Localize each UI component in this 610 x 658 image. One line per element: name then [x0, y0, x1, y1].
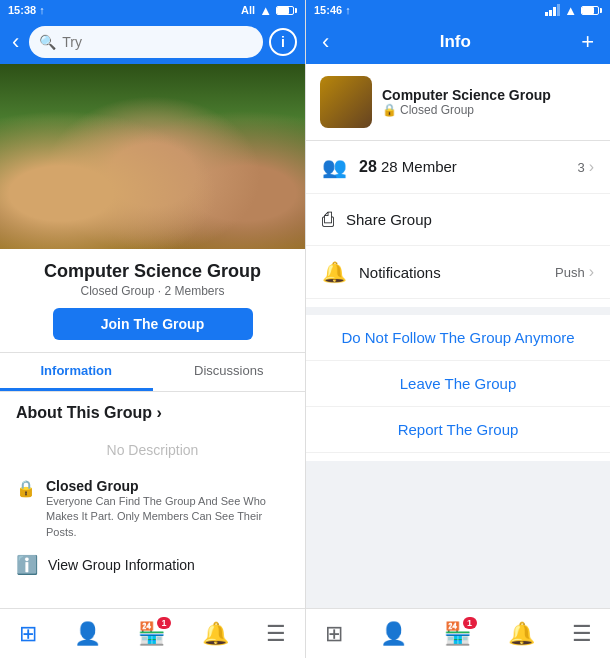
battery-right	[581, 6, 602, 15]
info-button[interactable]: i	[269, 28, 297, 56]
no-description: No Description	[16, 442, 289, 458]
bottom-nav-friends-left[interactable]: 👤	[64, 615, 111, 653]
members-right: 3 ›	[577, 158, 594, 176]
separator-1	[306, 307, 610, 315]
bottom-nav-right: ⊞ 👤 🏪 1 🔔 ☰	[306, 608, 610, 658]
about-title[interactable]: About This Group ›	[16, 404, 289, 422]
status-bar-left: 15:38 ↑ All ▲	[0, 0, 305, 20]
back-button-right[interactable]: ‹	[318, 25, 333, 59]
view-info-text: View Group Information	[48, 557, 195, 573]
group-meta-right: 🔒 Closed Group	[382, 103, 551, 117]
time-right: 15:46	[314, 4, 342, 16]
menu-icon-left: ☰	[266, 621, 286, 647]
action-leave[interactable]: Leave The Group	[306, 361, 610, 407]
wifi-icon-right: ▲	[564, 3, 577, 18]
menu-item-share[interactable]: ⎙ Share Group	[306, 194, 610, 246]
bottom-nav-marketplace-right[interactable]: 🏪 1	[434, 615, 481, 653]
members-icon: 👥	[322, 155, 347, 179]
tabs-left: Information Discussions	[0, 353, 305, 392]
bottom-nav-menu-left[interactable]: ☰	[256, 615, 296, 653]
bottom-nav-home-left[interactable]: ⊞	[9, 615, 47, 653]
action-section: Do Not Follow The Group Anymore Leave Th…	[306, 315, 610, 453]
group-avatar	[320, 76, 372, 128]
info-circle-icon: ℹ️	[16, 554, 38, 576]
marketplace-badge-left: 1	[157, 617, 171, 629]
left-panel: 15:38 ↑ All ▲ ‹ 🔍 i Computer Science Gro…	[0, 0, 305, 658]
members-label: 28 28 Member	[359, 158, 457, 176]
chevron-icon-notifications: ›	[589, 263, 594, 281]
search-bar[interactable]: 🔍	[29, 26, 263, 58]
notifications-right: Push ›	[555, 263, 594, 281]
bottom-nav-friends-right[interactable]: 👤	[370, 615, 417, 653]
lock-icon: 🔒	[16, 479, 36, 498]
bottom-nav-notifications-left[interactable]: 🔔	[192, 615, 239, 653]
tab-discussions[interactable]: Discussions	[153, 353, 306, 391]
add-button-right[interactable]: +	[577, 25, 598, 59]
tab-information[interactable]: Information	[0, 353, 153, 391]
notifications-icon-left: 🔔	[202, 621, 229, 647]
group-info-left: Computer Science Group Closed Group · 2 …	[0, 249, 305, 353]
friends-icon-left: 👤	[74, 621, 101, 647]
battery-left	[276, 6, 297, 15]
marketplace-badge-right: 1	[463, 617, 477, 629]
action-report[interactable]: Report The Group	[306, 407, 610, 453]
location-icon: ↑	[39, 4, 45, 16]
search-icon: 🔍	[39, 34, 56, 50]
home-icon-left: ⊞	[19, 621, 37, 647]
group-header-card: Computer Science Group 🔒 Closed Group	[306, 64, 610, 141]
friends-icon-right: 👤	[380, 621, 407, 647]
location-icon-right: ↑	[345, 4, 351, 16]
notifications-icon-right-bottom: 🔔	[508, 621, 535, 647]
right-panel: 15:46 ↑ ▲ ‹ Info + Computer Science Grou…	[305, 0, 610, 658]
chevron-icon-members: ›	[589, 158, 594, 176]
group-header-info: Computer Science Group 🔒 Closed Group	[382, 87, 551, 117]
bottom-nav-menu-right[interactable]: ☰	[562, 615, 602, 653]
share-icon: ⎙	[322, 208, 334, 231]
closed-group-title: Closed Group	[46, 478, 289, 494]
top-nav-left: ‹ 🔍 i	[0, 20, 305, 64]
action-unfollow[interactable]: Do Not Follow The Group Anymore	[306, 315, 610, 361]
hero-art	[0, 64, 305, 249]
menu-icon-right: ☰	[572, 621, 592, 647]
menu-item-notifications[interactable]: 🔔 Notifications Push ›	[306, 246, 610, 299]
group-name-right: Computer Science Group	[382, 87, 551, 103]
bottom-nav-notifications-right[interactable]: 🔔	[498, 615, 545, 653]
menu-section: 👥 28 28 Member 3 › ⎙ Share Group 🔔 No	[306, 141, 610, 299]
hero-image	[0, 64, 305, 249]
closed-group-desc: Everyone Can Find The Group And See Who …	[46, 494, 289, 540]
signal-text-left: All	[241, 4, 255, 16]
bottom-nav-home-right[interactable]: ⊞	[315, 615, 353, 653]
closed-group-item: 🔒 Closed Group Everyone Can Find The Gro…	[16, 478, 289, 540]
search-input[interactable]	[62, 34, 253, 50]
notifications-label: Notifications	[359, 264, 441, 281]
join-button[interactable]: Join The Group	[53, 308, 253, 340]
status-bar-right: 15:46 ↑ ▲	[306, 0, 610, 20]
right-filler	[306, 461, 610, 608]
back-button-left[interactable]: ‹	[8, 25, 23, 59]
lock-icon-small: 🔒	[382, 103, 397, 117]
bottom-nav-left: ⊞ 👤 🏪 1 🔔 ☰	[0, 608, 305, 658]
view-info-item[interactable]: ℹ️ View Group Information	[16, 554, 289, 576]
home-icon-right: ⊞	[325, 621, 343, 647]
menu-item-members[interactable]: 👥 28 28 Member 3 ›	[306, 141, 610, 194]
time-left: 15:38	[8, 4, 36, 16]
group-meta-left: Closed Group · 2 Members	[16, 284, 289, 298]
group-name-left: Computer Science Group	[16, 261, 289, 282]
page-title-right: Info	[440, 32, 471, 52]
bottom-nav-marketplace-left[interactable]: 🏪 1	[128, 615, 175, 653]
notifications-icon-menu: 🔔	[322, 260, 347, 284]
about-section: About This Group › No Description 🔒 Clos…	[0, 392, 305, 608]
wifi-icon-left: ▲	[259, 3, 272, 18]
top-nav-right: ‹ Info +	[306, 20, 610, 64]
signal-bars-right	[545, 4, 560, 16]
share-label: Share Group	[346, 211, 432, 228]
